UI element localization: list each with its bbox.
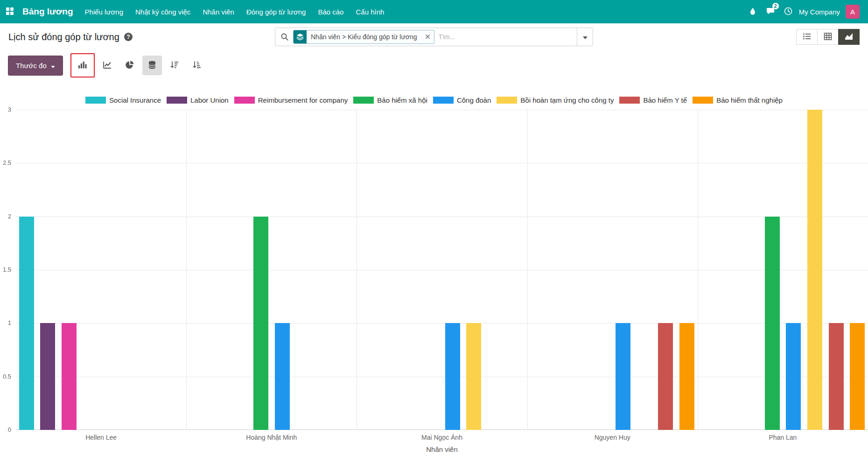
legend-label: Công đoàn	[457, 96, 491, 104]
legend-swatch	[497, 97, 517, 104]
close-icon	[425, 34, 430, 41]
bar-công-đoàn-nguyen-huy[interactable]	[616, 323, 630, 430]
gridline-horizontal	[16, 323, 868, 323]
navbar-right: 2 My Company A	[744, 0, 868, 23]
company-name[interactable]: My Company	[799, 8, 840, 16]
x-category-label: Hoàng Nhật Minh	[186, 434, 357, 441]
menu-item-nhật-ký-công-việc[interactable]: Nhật ký công việc	[129, 0, 196, 23]
bar-bảo-hiểm-xã-hội-phan-lan[interactable]	[765, 217, 780, 430]
measures-button-label: Thước đo	[16, 62, 47, 70]
search-facet: Nhân viên > Kiểu đóng góp từ lương	[293, 30, 434, 44]
messages-button[interactable]: 2	[762, 0, 779, 23]
pie-chart-button[interactable]	[120, 56, 140, 75]
bar-reimbursement-for-company-hellen-lee[interactable]	[62, 323, 77, 430]
bar-công-đoàn-hoàng-nhật-minh[interactable]	[275, 323, 290, 430]
legend-swatch	[167, 97, 187, 104]
stacked-button[interactable]	[142, 56, 162, 75]
bar-labor-union-hellen-lee[interactable]	[40, 323, 55, 430]
legend-item-bồi-hoàn-tạm-ứng-cho-công-ty[interactable]: Bồi hoàn tạm ứng cho công ty	[497, 96, 614, 104]
legend-item-reimbursement-for-company[interactable]: Reimbursement for company	[234, 96, 348, 104]
legend-item-bảo-hiểm-xã-hội[interactable]: Bảo hiểm xã hội	[353, 96, 427, 104]
x-axis-title: Nhân viên	[16, 445, 868, 453]
menu-item-cấu-hình[interactable]: Cấu hình	[350, 0, 390, 23]
bar-công-đoàn-mai-ngọc-ánh[interactable]	[445, 323, 460, 430]
legend-label: Labor Union	[190, 96, 229, 104]
x-category-label: Mai Ngọc Ánh	[357, 434, 527, 441]
y-tick-label: 2	[8, 213, 11, 220]
legend-label: Reimbursement for company	[258, 96, 348, 104]
legend-swatch	[619, 97, 640, 104]
x-category-label: Hellen Lee	[16, 434, 186, 441]
menu-item-phiếu-lương[interactable]: Phiếu lương	[79, 0, 129, 23]
bar-bồi-hoàn-tạm-ứng-cho-công-ty-mai-ngọc-ánh[interactable]	[466, 323, 481, 430]
pivot-view-icon	[823, 32, 833, 42]
annotation-highlight	[70, 53, 95, 77]
legend-label: Bảo hiểm thất nghiệp	[716, 96, 783, 104]
legend-label: Social Insurance	[109, 96, 161, 104]
stacked-database-icon	[147, 60, 157, 71]
bar-bảo-hiểm-xã-hội-hoàng-nhật-minh[interactable]	[253, 217, 268, 430]
menu-item-đóng-góp-từ-lương[interactable]: Đóng góp từ lương	[240, 0, 312, 23]
view-switcher	[797, 29, 860, 45]
legend-item-bảo-hiểm-thất-nghiệp[interactable]: Bảo hiểm thất nghiệp	[693, 96, 783, 104]
plot-outer: 00.511.522.53 Hellen LeeHoàng Nhật MinhM…	[0, 110, 868, 453]
bar-bảo-hiểm-y-tế-phan-lan[interactable]	[829, 323, 844, 430]
x-axis-labels: Hellen LeeHoàng Nhật MinhMai Ngọc ÁnhNgu…	[16, 434, 868, 443]
legend-swatch	[353, 97, 374, 104]
legend-label: Bồi hoàn tạm ứng cho công ty	[520, 96, 614, 104]
gridline-horizontal	[16, 217, 868, 217]
legend-item-social-insurance[interactable]: Social Insurance	[85, 96, 161, 104]
help-icon[interactable]: ?	[124, 33, 133, 41]
pivot-view-button[interactable]	[817, 29, 839, 45]
droplet-icon-button[interactable]	[744, 0, 762, 23]
user-avatar[interactable]: A	[846, 5, 860, 19]
legend-item-labor-union[interactable]: Labor Union	[167, 96, 229, 104]
menu-item-nhân-viên[interactable]: Nhân viên	[196, 0, 240, 23]
legend-item-bảo-hiểm-y-tế[interactable]: Bảo hiểm Y tế	[619, 96, 687, 104]
gridline-horizontal	[16, 163, 868, 163]
legend-item-công-đoàn[interactable]: Công đoàn	[433, 96, 491, 104]
sort-desc-button[interactable]	[165, 56, 184, 75]
apps-menu-button[interactable]	[0, 0, 20, 23]
bar-bồi-hoàn-tạm-ứng-cho-công-ty-phan-lan[interactable]	[807, 110, 822, 430]
bar-bảo-hiểm-thất-nghiệp-phan-lan[interactable]	[850, 323, 865, 430]
list-view-button[interactable]	[796, 29, 818, 45]
layers-icon	[294, 30, 307, 43]
droplet-icon	[749, 7, 757, 17]
gridline-vertical	[186, 110, 187, 430]
x-category-label: Phan Lan	[698, 434, 868, 441]
sort-asc-button[interactable]	[187, 56, 207, 75]
graph-toolbar: Thước đo	[0, 50, 868, 83]
activities-button[interactable]	[779, 0, 797, 23]
bar-chart-button[interactable]	[73, 56, 92, 75]
menu-item-báo-cáo[interactable]: Báo cáo	[312, 0, 350, 23]
chart: Social InsuranceLabor UnionReimbursement…	[0, 96, 868, 453]
chart-legend: Social InsuranceLabor UnionReimbursement…	[0, 96, 868, 104]
gridline-horizontal	[16, 429, 868, 430]
bar-bảo-hiểm-thất-nghiệp-nguyen-huy[interactable]	[679, 323, 694, 430]
gridline-horizontal	[16, 377, 868, 377]
app-name[interactable]: Bảng lương	[22, 7, 73, 17]
y-axis: 00.511.522.53	[0, 110, 12, 430]
plot-area	[16, 110, 868, 430]
facet-remove-button[interactable]	[421, 30, 434, 43]
bar-social-insurance-hellen-lee[interactable]	[19, 217, 34, 430]
legend-swatch	[693, 97, 713, 104]
bar-công-đoàn-phan-lan[interactable]	[786, 323, 801, 430]
x-category-label: Nguyen Huy	[527, 434, 698, 441]
search-options-toggle[interactable]	[577, 28, 593, 46]
sort-desc-icon	[170, 60, 179, 71]
gridline-horizontal	[16, 270, 868, 270]
bar-chart-icon	[78, 60, 87, 71]
bar-bảo-hiểm-y-tế-nguyen-huy[interactable]	[658, 323, 673, 430]
apps-grid-icon	[6, 7, 14, 17]
gridline-vertical	[527, 110, 528, 430]
measures-button[interactable]: Thước đo	[8, 56, 63, 76]
legend-label: Bảo hiểm Y tế	[643, 96, 687, 104]
y-tick-label: 2.5	[3, 159, 11, 166]
graph-view-button[interactable]	[838, 29, 860, 45]
line-chart-button[interactable]	[98, 56, 117, 75]
search-input[interactable]	[439, 33, 577, 41]
control-panel: Lịch sử đóng góp từ lương ? Nhân viên > …	[0, 23, 868, 50]
nav-menu: Phiếu lươngNhật ký công việcNhân viênĐón…	[79, 0, 391, 23]
